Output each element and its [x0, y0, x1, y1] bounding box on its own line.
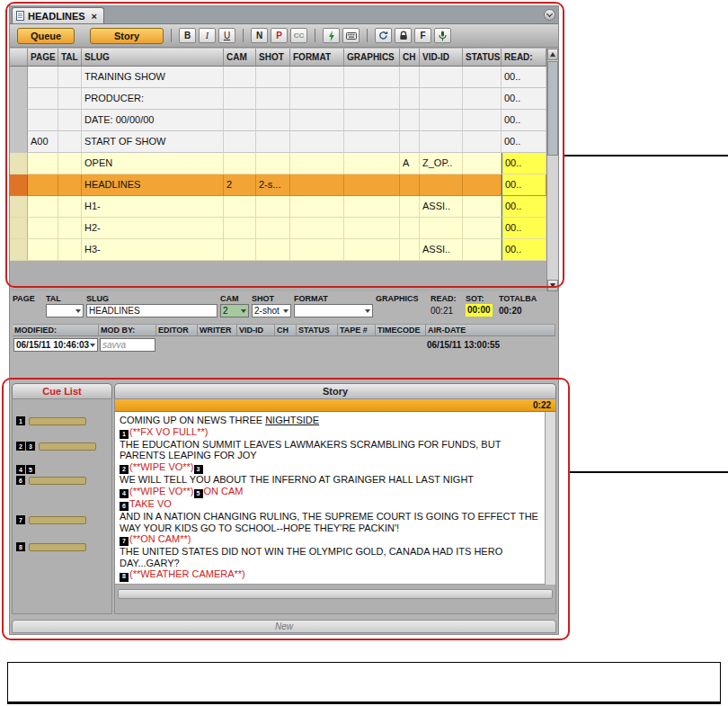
field-input[interactable]: 06/15/11 10:46:03 — [13, 338, 98, 352]
dropdown-arrow-icon[interactable] — [283, 309, 289, 313]
queue-column-header[interactable]: CH — [400, 49, 420, 67]
machine-control-button[interactable] — [323, 28, 340, 43]
queue-cell — [400, 67, 420, 88]
story-button[interactable]: Story — [90, 28, 164, 44]
cue-list-item[interactable]: 8 — [16, 542, 86, 551]
queue-cell: A — [400, 153, 420, 174]
cue-bar[interactable] — [29, 516, 86, 524]
form-field-graphics: GRAPHICS — [376, 294, 428, 317]
cue-bar[interactable] — [29, 543, 86, 551]
queue-column-header[interactable]: SHOT — [256, 49, 290, 67]
closed-caption-button[interactable]: CC — [290, 28, 307, 43]
story-line: 2(**WIPE VO**)3 — [120, 461, 541, 474]
field-input[interactable]: 2-shot — [252, 304, 291, 317]
row-selector[interactable] — [10, 153, 28, 174]
cue-list-item[interactable]: 45 — [16, 465, 36, 474]
field-input[interactable]: savva — [100, 338, 155, 352]
queue-column-header[interactable]: GRAPHICS — [344, 49, 400, 67]
queue-column-header[interactable]: STATUS — [463, 49, 502, 67]
field-input[interactable]: 2 — [220, 304, 249, 317]
queue-row[interactable]: A00START OF SHOW00.. — [10, 131, 546, 153]
new-story-bar[interactable]: New — [12, 620, 556, 633]
production-cue: ON CAM — [204, 486, 244, 496]
dropdown-arrow-icon[interactable] — [75, 309, 81, 313]
cue-bar[interactable] — [29, 477, 86, 485]
bold-button[interactable]: B — [179, 28, 196, 43]
scroll-down-icon[interactable] — [547, 280, 558, 291]
form-field-read: READ:00:21 — [431, 294, 463, 317]
row-selector[interactable] — [10, 110, 28, 131]
queue-row[interactable]: H1-ASSI..00.. — [10, 196, 546, 218]
queue-column-header[interactable]: VID-ID — [420, 49, 463, 67]
row-selector[interactable] — [10, 174, 28, 196]
cue-bar[interactable] — [39, 442, 96, 451]
queue-row[interactable]: DATE: 00/00/0000.. — [10, 110, 546, 131]
queue-row[interactable]: H3-ASSI..00.. — [10, 239, 546, 261]
caption-box — [7, 662, 721, 704]
cue-marker: 2 — [16, 442, 25, 451]
dropdown-arrow-icon[interactable] — [241, 309, 246, 313]
microphone-icon — [439, 31, 447, 41]
queue-cell — [58, 67, 82, 88]
row-selector[interactable] — [10, 196, 28, 218]
form-column-label: MOD BY: — [99, 325, 156, 335]
story-line: 7(**ON CAM**) — [120, 533, 541, 546]
queue-column-header[interactable]: SLUG — [82, 49, 224, 67]
tab-close-icon[interactable]: × — [92, 11, 97, 22]
float-button[interactable]: F — [414, 28, 431, 43]
tab-headlines[interactable]: HEADLINES × — [12, 7, 104, 23]
normal-text-button[interactable]: N — [251, 28, 268, 43]
queue-cell — [400, 239, 420, 261]
row-selector[interactable] — [10, 218, 28, 239]
row-selector[interactable] — [10, 131, 28, 153]
queue-column-header[interactable]: CAM — [224, 49, 256, 67]
queue-column-header[interactable]: TAL — [58, 49, 82, 67]
field-value: 06/15/11 13:00:55 — [427, 338, 555, 352]
row-selector[interactable] — [10, 88, 28, 110]
field-input[interactable]: HEADLINES — [86, 304, 218, 317]
queue-cell — [463, 174, 502, 196]
presenter-instruction-button[interactable]: P — [271, 28, 288, 43]
tab-story[interactable]: Story — [114, 383, 556, 398]
queue-row[interactable]: OPENAZ_OP..00.. — [10, 153, 546, 174]
cue-bar[interactable] — [29, 417, 86, 425]
refresh-button[interactable] — [375, 28, 392, 43]
italic-button[interactable]: I — [199, 28, 216, 43]
cue-list-item[interactable]: 7 — [16, 515, 86, 524]
story-horizontal-scrollbar[interactable] — [118, 589, 553, 599]
queue-cell — [256, 67, 290, 88]
queue-cell — [224, 131, 256, 153]
field-label: SHOT — [252, 294, 291, 304]
chevron-down-icon[interactable] — [544, 9, 555, 21]
story-text-area[interactable]: COMING UP ON NEWS THREE NIGHTSIDE1(**FX … — [115, 412, 555, 585]
dropdown-arrow-icon[interactable] — [90, 344, 95, 347]
queue-column-header[interactable]: PAGE — [28, 49, 58, 67]
queue-column-header[interactable]: READ: — [502, 49, 546, 67]
cue-list-item[interactable]: 6 — [16, 476, 86, 485]
keyboard-button[interactable] — [342, 28, 360, 43]
scrollbar-thumb[interactable] — [547, 61, 558, 156]
mic-button[interactable] — [434, 28, 451, 43]
cue-list-item[interactable]: 1 — [16, 416, 86, 425]
row-selector[interactable] — [10, 67, 28, 88]
queue-row[interactable]: PRODUCER:00.. — [10, 88, 546, 110]
tab-cue-list[interactable]: Cue List — [12, 383, 112, 398]
queue-row[interactable]: HEADLINES22-s...00.. — [10, 174, 546, 196]
story-scrollbar[interactable] — [545, 412, 555, 585]
field-input[interactable] — [294, 304, 373, 317]
underline-button[interactable]: U — [218, 28, 235, 43]
cue-list-item[interactable]: 23 — [16, 442, 96, 451]
row-selector[interactable] — [10, 239, 28, 261]
queue-column-header[interactable]: FORMAT — [290, 49, 344, 67]
queue-row[interactable]: TRAINING SHOW00.. — [10, 67, 546, 88]
lock-button[interactable] — [395, 28, 412, 43]
production-cue: (**ON CAM**) — [129, 533, 191, 544]
queue-button[interactable]: Queue — [17, 28, 75, 44]
field-input[interactable] — [46, 304, 84, 317]
dropdown-arrow-icon[interactable] — [365, 309, 370, 313]
queue-row[interactable]: H2-00.. — [10, 218, 546, 239]
queue-cell — [463, 153, 502, 174]
queue-scrollbar[interactable] — [546, 49, 558, 291]
scroll-up-icon[interactable] — [547, 49, 558, 60]
story-line: THE UNITED STATES DID NOT WIN THE OLYMPI… — [120, 546, 541, 568]
